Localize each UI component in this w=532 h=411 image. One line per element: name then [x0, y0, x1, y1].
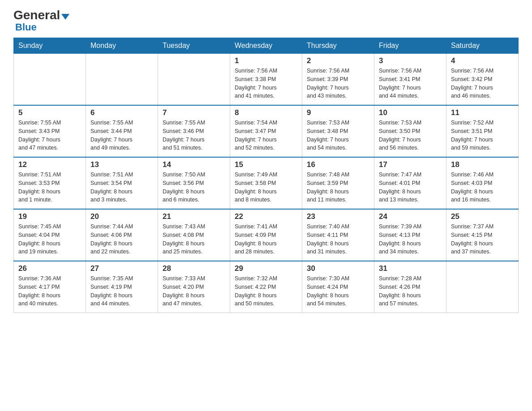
calendar-cell: 18Sunrise: 7:46 AMSunset: 4:03 PMDayligh…	[446, 157, 519, 209]
calendar-cell	[446, 261, 519, 313]
day-number: 29	[235, 264, 297, 273]
day-info: Sunrise: 7:53 AMSunset: 3:48 PMDaylight:…	[307, 119, 369, 152]
day-info: Sunrise: 7:51 AMSunset: 3:54 PMDaylight:…	[90, 171, 153, 204]
calendar-cell: 28Sunrise: 7:33 AMSunset: 4:20 PMDayligh…	[158, 261, 230, 313]
day-info: Sunrise: 7:56 AMSunset: 3:42 PMDaylight:…	[451, 67, 514, 100]
weekday-header-row: SundayMondayTuesdayWednesdayThursdayFrid…	[14, 38, 519, 54]
calendar-cell: 8Sunrise: 7:54 AMSunset: 3:47 PMDaylight…	[230, 105, 302, 157]
day-number: 31	[379, 264, 442, 273]
day-info: Sunrise: 7:50 AMSunset: 3:56 PMDaylight:…	[163, 171, 225, 204]
weekday-header-sunday: Sunday	[14, 38, 86, 54]
day-info: Sunrise: 7:43 AMSunset: 4:08 PMDaylight:…	[163, 223, 225, 256]
weekday-header-friday: Friday	[374, 38, 446, 54]
calendar-cell: 15Sunrise: 7:49 AMSunset: 3:58 PMDayligh…	[230, 157, 302, 209]
calendar-cell: 7Sunrise: 7:55 AMSunset: 3:46 PMDaylight…	[158, 105, 230, 157]
calendar-cell: 3Sunrise: 7:56 AMSunset: 3:41 PMDaylight…	[374, 54, 446, 106]
calendar-cell: 9Sunrise: 7:53 AMSunset: 3:48 PMDaylight…	[302, 105, 374, 157]
weekday-header-wednesday: Wednesday	[230, 38, 302, 54]
calendar-cell: 12Sunrise: 7:51 AMSunset: 3:53 PMDayligh…	[14, 157, 86, 209]
day-number: 16	[307, 160, 369, 169]
calendar-cell: 21Sunrise: 7:43 AMSunset: 4:08 PMDayligh…	[158, 209, 230, 261]
day-info: Sunrise: 7:52 AMSunset: 3:51 PMDaylight:…	[451, 119, 514, 152]
day-info: Sunrise: 7:48 AMSunset: 3:59 PMDaylight:…	[307, 171, 369, 204]
calendar-cell: 22Sunrise: 7:41 AMSunset: 4:09 PMDayligh…	[230, 209, 302, 261]
day-number: 19	[18, 212, 81, 221]
day-info: Sunrise: 7:40 AMSunset: 4:11 PMDaylight:…	[307, 223, 369, 256]
day-info: Sunrise: 7:54 AMSunset: 3:47 PMDaylight:…	[235, 119, 297, 152]
logo-general: General	[13, 9, 60, 21]
day-number: 21	[163, 212, 225, 221]
calendar-cell: 5Sunrise: 7:55 AMSunset: 3:43 PMDaylight…	[14, 105, 86, 157]
day-number: 5	[18, 108, 81, 117]
day-number: 20	[90, 212, 153, 221]
day-number: 6	[90, 108, 153, 117]
day-info: Sunrise: 7:55 AMSunset: 3:46 PMDaylight:…	[163, 119, 225, 152]
day-number: 27	[90, 264, 153, 273]
day-info: Sunrise: 7:44 AMSunset: 4:06 PMDaylight:…	[90, 223, 153, 256]
day-info: Sunrise: 7:39 AMSunset: 4:13 PMDaylight:…	[379, 223, 442, 256]
day-info: Sunrise: 7:47 AMSunset: 4:01 PMDaylight:…	[379, 171, 442, 204]
day-info: Sunrise: 7:33 AMSunset: 4:20 PMDaylight:…	[163, 274, 225, 308]
day-number: 4	[451, 56, 514, 65]
day-info: Sunrise: 7:28 AMSunset: 4:26 PMDaylight:…	[379, 274, 442, 308]
weekday-header-tuesday: Tuesday	[158, 38, 230, 54]
calendar-cell: 6Sunrise: 7:55 AMSunset: 3:44 PMDaylight…	[86, 105, 158, 157]
day-number: 13	[90, 160, 153, 169]
day-info: Sunrise: 7:35 AMSunset: 4:19 PMDaylight:…	[90, 274, 153, 308]
calendar-week-row-5: 26Sunrise: 7:36 AMSunset: 4:17 PMDayligh…	[14, 261, 519, 313]
calendar-cell: 14Sunrise: 7:50 AMSunset: 3:56 PMDayligh…	[158, 157, 230, 209]
day-info: Sunrise: 7:36 AMSunset: 4:17 PMDaylight:…	[18, 274, 81, 308]
day-info: Sunrise: 7:56 AMSunset: 3:38 PMDaylight:…	[235, 67, 297, 100]
day-info: Sunrise: 7:56 AMSunset: 3:39 PMDaylight:…	[307, 67, 369, 100]
day-number: 8	[235, 108, 297, 117]
day-info: Sunrise: 7:46 AMSunset: 4:03 PMDaylight:…	[451, 171, 514, 204]
day-number: 30	[307, 264, 369, 273]
calendar-cell: 19Sunrise: 7:45 AMSunset: 4:04 PMDayligh…	[14, 209, 86, 261]
calendar-cell: 25Sunrise: 7:37 AMSunset: 4:15 PMDayligh…	[446, 209, 519, 261]
day-number: 7	[163, 108, 225, 117]
weekday-header-saturday: Saturday	[446, 38, 519, 54]
day-info: Sunrise: 7:55 AMSunset: 3:43 PMDaylight:…	[18, 119, 81, 152]
calendar-cell: 27Sunrise: 7:35 AMSunset: 4:19 PMDayligh…	[86, 261, 158, 313]
day-info: Sunrise: 7:49 AMSunset: 3:58 PMDaylight:…	[235, 171, 297, 204]
day-number: 9	[307, 108, 369, 117]
calendar-cell: 31Sunrise: 7:28 AMSunset: 4:26 PMDayligh…	[374, 261, 446, 313]
calendar-table: SundayMondayTuesdayWednesdayThursdayFrid…	[13, 38, 519, 313]
calendar-cell	[86, 54, 158, 106]
day-number: 1	[235, 56, 297, 65]
day-info: Sunrise: 7:30 AMSunset: 4:24 PMDaylight:…	[307, 274, 369, 308]
day-number: 23	[307, 212, 369, 221]
day-info: Sunrise: 7:37 AMSunset: 4:15 PMDaylight:…	[451, 223, 514, 256]
calendar-week-row-4: 19Sunrise: 7:45 AMSunset: 4:04 PMDayligh…	[14, 209, 519, 261]
day-number: 12	[18, 160, 81, 169]
day-info: Sunrise: 7:45 AMSunset: 4:04 PMDaylight:…	[18, 223, 81, 256]
day-number: 2	[307, 56, 369, 65]
calendar-cell: 13Sunrise: 7:51 AMSunset: 3:54 PMDayligh…	[86, 157, 158, 209]
day-number: 15	[235, 160, 297, 169]
calendar-cell	[158, 54, 230, 106]
calendar-cell: 29Sunrise: 7:32 AMSunset: 4:22 PMDayligh…	[230, 261, 302, 313]
day-info: Sunrise: 7:55 AMSunset: 3:44 PMDaylight:…	[90, 119, 153, 152]
calendar-cell: 1Sunrise: 7:56 AMSunset: 3:38 PMDaylight…	[230, 54, 302, 106]
day-info: Sunrise: 7:41 AMSunset: 4:09 PMDaylight:…	[235, 223, 297, 256]
calendar-cell: 2Sunrise: 7:56 AMSunset: 3:39 PMDaylight…	[302, 54, 374, 106]
calendar-cell: 30Sunrise: 7:30 AMSunset: 4:24 PMDayligh…	[302, 261, 374, 313]
calendar-cell: 26Sunrise: 7:36 AMSunset: 4:17 PMDayligh…	[14, 261, 86, 313]
calendar-cell: 16Sunrise: 7:48 AMSunset: 3:59 PMDayligh…	[302, 157, 374, 209]
calendar-cell: 20Sunrise: 7:44 AMSunset: 4:06 PMDayligh…	[86, 209, 158, 261]
day-number: 18	[451, 160, 514, 169]
day-number: 24	[379, 212, 442, 221]
day-number: 10	[379, 108, 442, 117]
calendar-cell: 17Sunrise: 7:47 AMSunset: 4:01 PMDayligh…	[374, 157, 446, 209]
day-number: 11	[451, 108, 514, 117]
calendar-week-row-3: 12Sunrise: 7:51 AMSunset: 3:53 PMDayligh…	[14, 157, 519, 209]
logo-blue: Blue	[15, 21, 37, 33]
day-number: 3	[379, 56, 442, 65]
day-number: 25	[451, 212, 514, 221]
weekday-header-thursday: Thursday	[302, 38, 374, 54]
calendar-cell: 10Sunrise: 7:53 AMSunset: 3:50 PMDayligh…	[374, 105, 446, 157]
calendar-cell: 4Sunrise: 7:56 AMSunset: 3:42 PMDaylight…	[446, 54, 519, 106]
day-number: 26	[18, 264, 81, 273]
day-number: 14	[163, 160, 225, 169]
day-number: 17	[379, 160, 442, 169]
